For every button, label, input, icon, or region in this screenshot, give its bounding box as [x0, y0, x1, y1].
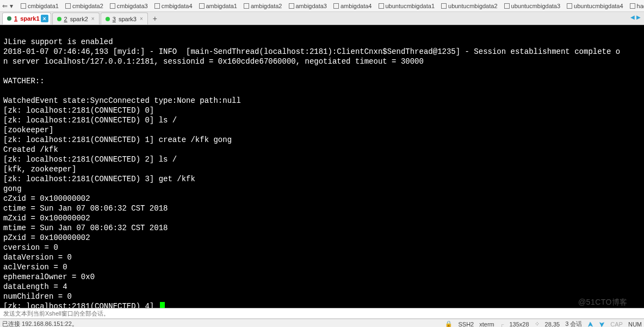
session-icon: [21, 3, 26, 9]
broadcast-input-row: [0, 308, 644, 319]
bookmark-label: ubuntucmbigdata4: [574, 3, 623, 9]
session-icon: [154, 3, 160, 9]
bookmark-item[interactable]: cmbigdata2: [62, 2, 107, 10]
session-icon: [504, 3, 510, 9]
bookmark-item[interactable]: ambigdata4: [330, 2, 375, 10]
close-tab-icon[interactable]: ×: [89, 15, 97, 22]
add-tab-button[interactable]: +: [149, 13, 161, 24]
tab-label: spark3: [119, 16, 137, 22]
session-icon: [567, 3, 572, 9]
status-dot-icon: [7, 16, 11, 21]
tab-bar: 1 spark1×2 spark2×3 spark3× + ◀ ▶: [0, 12, 644, 25]
session-tab[interactable]: 3 spark3×: [101, 13, 148, 24]
terminal[interactable]: JLine support is enabled 2018-01-07 07:4…: [0, 25, 644, 308]
bookmark-item[interactable]: ubuntucmbigdata1: [375, 2, 438, 10]
status-size: 135x28: [510, 321, 529, 328]
up-arrow-icon[interactable]: ⮝: [587, 321, 593, 328]
connection-status: 已连接 192.168.86.151:22。: [2, 320, 78, 327]
bookmark-label: hadoop1: [637, 3, 644, 9]
tab-label: spark2: [70, 16, 88, 22]
bookmark-label: cmbigdata1: [28, 3, 59, 9]
bookmark-item[interactable]: cmbigdata3: [107, 2, 151, 10]
bookmark-item[interactable]: cmbigdata1: [17, 2, 62, 10]
cursor-icon: [160, 302, 165, 308]
session-icon: [289, 3, 294, 9]
bookmark-item[interactable]: hadoop1: [627, 2, 644, 10]
bookmark-label: cmbigdata2: [72, 3, 103, 9]
bookmark-label: ambigdata1: [206, 3, 238, 9]
session-icon: [244, 3, 249, 9]
session-icon: [630, 3, 635, 9]
status-ssh: SSH2: [458, 321, 474, 328]
tab-number: 1: [14, 15, 17, 22]
bookmark-back-icon[interactable]: ⇐: [2, 2, 8, 10]
session-icon: [333, 3, 339, 9]
broadcast-input[interactable]: [0, 310, 644, 317]
status-sessions: 3 会话: [565, 320, 582, 327]
bookmark-label: ambigdata4: [340, 3, 372, 9]
bookmark-item[interactable]: ubuntucmbigdata2: [438, 2, 501, 10]
session-icon: [110, 3, 115, 9]
status-term: xterm: [479, 321, 494, 328]
session-icon: [379, 3, 384, 9]
bookmark-label: ubuntucmbigdata2: [448, 3, 498, 9]
bookmark-label: cmbigdata3: [117, 3, 148, 9]
session-icon: [441, 3, 447, 9]
status-num: NUM: [628, 321, 642, 328]
bookmark-label: ubuntucmbigdata3: [511, 3, 561, 9]
session-icon: [65, 3, 71, 9]
tab-number: 3: [113, 16, 116, 22]
session-tab[interactable]: 1 spark1×: [2, 13, 51, 24]
session-icon: [199, 3, 205, 9]
close-tab-icon[interactable]: ×: [41, 15, 48, 22]
status-bar: 已连接 192.168.86.151:22。 🔒 SSH2 xterm ┌ 13…: [0, 319, 644, 327]
terminal-prompt: [zk: localhost:2181(CONNECTED) 4]: [3, 302, 159, 308]
bookmark-label: cmbigdata4: [162, 3, 193, 9]
bookmark-item[interactable]: ambigdata2: [240, 2, 286, 10]
bookmark-item[interactable]: ambigdata3: [286, 2, 331, 10]
tab-number: 2: [64, 16, 67, 22]
bookmark-item[interactable]: ubuntucmbigdata4: [564, 2, 627, 10]
bookmark-label: ambigdata2: [251, 3, 282, 9]
status-dot-icon: [106, 17, 110, 21]
bookmark-nav-icons: ⇐ ▾: [2, 2, 13, 10]
bookmark-list: cmbigdata1cmbigdata2cmbigdata3cmbigdata4…: [17, 2, 644, 10]
bookmark-item[interactable]: ambigdata1: [196, 2, 241, 10]
bookmark-menu-icon[interactable]: ▾: [10, 2, 13, 10]
tab-overflow-icon[interactable]: ◀ ▶: [630, 14, 641, 20]
session-tab[interactable]: 2 spark2×: [52, 13, 100, 24]
status-dot-icon: [57, 17, 61, 21]
bookmark-item[interactable]: ubuntucmbigdata3: [501, 2, 564, 10]
bookmark-bar: ⇐ ▾ cmbigdata1cmbigdata2cmbigdata3cmbigd…: [0, 0, 644, 12]
close-tab-icon[interactable]: ×: [138, 15, 145, 22]
status-caps: CAP: [610, 321, 623, 328]
lock-icon: 🔒: [445, 320, 453, 327]
position-icon: ⁘: [535, 320, 540, 327]
tab-label: spark1: [20, 15, 39, 22]
bookmark-label: ambigdata3: [296, 3, 327, 9]
bookmark-label: ubuntucmbigdata1: [386, 3, 435, 9]
down-arrow-icon[interactable]: ⮟: [599, 321, 605, 328]
bookmark-item[interactable]: cmbigdata4: [151, 2, 196, 10]
status-pos: 28,35: [545, 321, 560, 328]
